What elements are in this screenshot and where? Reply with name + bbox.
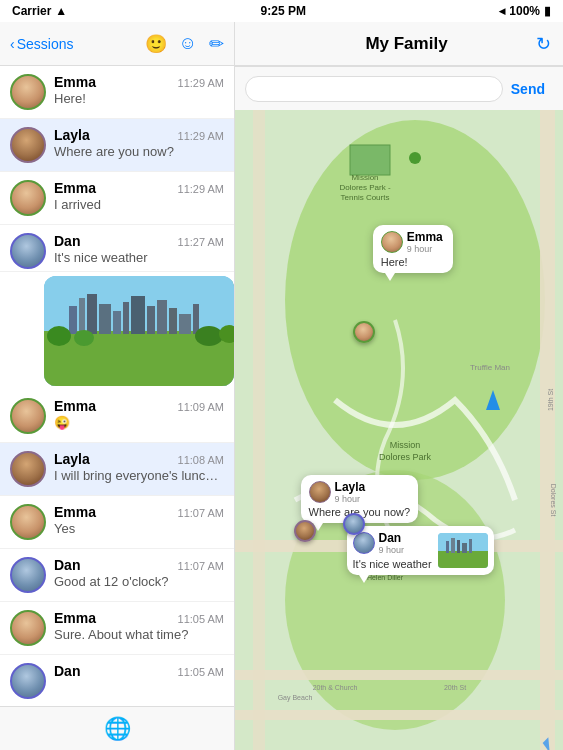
sender-name: Emma <box>54 610 96 626</box>
svg-rect-7 <box>123 302 129 334</box>
svg-rect-6 <box>113 311 121 334</box>
sender-name: Emma <box>54 398 96 414</box>
svg-rect-5 <box>99 304 111 334</box>
wifi-icon: ▲ <box>55 4 67 18</box>
svg-rect-12 <box>179 314 191 334</box>
left-panel: ‹ Sessions 🙂 ☺ ✏ Emma 11:29 AM Here! <box>0 22 235 750</box>
send-button[interactable]: Send <box>503 77 553 101</box>
back-label: Sessions <box>17 36 74 52</box>
callout-name-group: Dan 9 hour <box>379 531 405 555</box>
callout-time: 9 hour <box>335 494 366 504</box>
svg-point-19 <box>285 120 545 480</box>
message-input[interactable] <box>245 76 503 102</box>
message-text: I arrived <box>54 197 224 212</box>
callout-header: Emma 9 hour <box>381 230 445 254</box>
list-item[interactable]: Layla 11:29 AM Where are you now? <box>0 119 234 172</box>
list-item[interactable]: Layla 11:08 AM I will bring everyone's l… <box>0 443 234 496</box>
callout-header: Layla 9 hour <box>309 480 411 504</box>
avatar <box>10 504 46 540</box>
svg-text:Dolores St: Dolores St <box>550 484 557 517</box>
list-item[interactable]: Dan 11:07 AM Good at 12 o'clock? <box>0 549 234 602</box>
message-content: Emma 11:29 AM I arrived <box>54 180 224 212</box>
globe-icon: 🌐 <box>104 716 131 742</box>
callout-text: It's nice weather <box>353 558 432 570</box>
dan-callout-content: Dan 9 hour It's nice weather <box>353 531 488 570</box>
back-chevron-icon: ‹ <box>10 36 15 52</box>
emoji-face-icon[interactable]: 🙂 <box>145 33 167 55</box>
svg-rect-3 <box>79 298 85 334</box>
callout-avatar <box>309 481 331 503</box>
callout-name: Emma <box>407 230 443 244</box>
message-header: Emma 11:07 AM <box>54 504 224 520</box>
list-item[interactable]: Emma 11:07 AM Yes <box>0 496 234 549</box>
svg-rect-8 <box>131 296 145 334</box>
status-bar-right: ◂ 100% ▮ <box>499 4 551 18</box>
compose-icon[interactable]: ✏ <box>209 33 224 55</box>
list-item[interactable]: Emma 11:29 AM Here! <box>0 66 234 119</box>
sender-name: Emma <box>54 504 96 520</box>
list-item[interactable]: Emma 11:09 AM 😜 <box>0 390 234 443</box>
right-panel: My Family ↻ Send <box>235 22 563 750</box>
message-text: I will bring everyone's lunch too <box>54 468 224 483</box>
nav-bar: ‹ Sessions 🙂 ☺ ✏ <box>0 22 234 66</box>
message-header: Dan 11:27 AM <box>54 233 224 249</box>
map-area: Mission Dolores Park - Tennis Courts Mis… <box>235 110 563 750</box>
refresh-icon[interactable]: ↻ <box>536 33 551 55</box>
callout-time: 9 hour <box>407 244 443 254</box>
message-header: Emma 11:29 AM <box>54 74 224 90</box>
map-header: My Family ↻ <box>235 22 563 66</box>
message-content: Dan 11:05 AM <box>54 663 224 680</box>
bottom-nav[interactable]: 🌐 <box>0 706 234 750</box>
svg-text:Gay Beach: Gay Beach <box>278 694 313 702</box>
svg-rect-10 <box>157 300 167 334</box>
callout-avatar <box>353 532 375 554</box>
message-time: 11:07 AM <box>178 560 224 572</box>
avatar <box>10 398 46 434</box>
status-bar: Carrier ▲ 9:25 PM ◂ 100% ▮ <box>0 0 563 22</box>
sender-name: Dan <box>54 663 80 679</box>
callout-text: Here! <box>381 256 445 268</box>
location-icon: ◂ <box>499 4 505 18</box>
avatar <box>10 127 46 163</box>
list-item[interactable]: Dan 11:27 AM It's nice weather <box>0 225 234 386</box>
svg-point-16 <box>195 326 223 346</box>
photo-content <box>44 276 234 386</box>
list-item[interactable]: Dan 11:05 AM <box>0 655 234 706</box>
message-time: 11:05 AM <box>178 666 224 678</box>
message-time: 11:29 AM <box>178 183 224 195</box>
svg-rect-23 <box>235 670 563 680</box>
status-bar-time: 9:25 PM <box>261 4 306 18</box>
message-header: Layla 11:29 AM <box>54 127 224 143</box>
callout-tail <box>385 273 395 281</box>
list-item[interactable]: Emma 11:29 AM I arrived <box>0 172 234 225</box>
avatar <box>10 180 46 216</box>
emoji-icon[interactable]: ☺ <box>179 33 197 54</box>
message-header: Emma 11:29 AM <box>54 180 224 196</box>
svg-text:Mission: Mission <box>351 173 378 182</box>
svg-text:Mission: Mission <box>390 440 421 450</box>
message-content: Dan 11:27 AM It's nice weather <box>54 233 224 265</box>
map-background: Mission Dolores Park - Tennis Courts Mis… <box>235 110 563 750</box>
message-text: Good at 12 o'clock? <box>54 574 224 589</box>
avatar <box>10 663 46 699</box>
sender-name: Dan <box>54 233 80 249</box>
message-header: Layla 11:08 AM <box>54 451 224 467</box>
message-time: 11:07 AM <box>178 507 224 519</box>
message-text: Sure. About what time? <box>54 627 224 642</box>
svg-rect-26 <box>350 145 390 175</box>
back-button[interactable]: ‹ Sessions <box>10 36 73 52</box>
svg-rect-22 <box>540 110 555 750</box>
message-time: 11:27 AM <box>178 236 224 248</box>
callout-name-group: Emma 9 hour <box>407 230 443 254</box>
sender-name: Layla <box>54 451 90 467</box>
messages-list[interactable]: Emma 11:29 AM Here! Layla 11:29 AM Where… <box>0 66 234 706</box>
map-title: My Family <box>365 34 447 54</box>
message-content: Emma 11:07 AM Yes <box>54 504 224 536</box>
list-item[interactable]: Emma 11:05 AM Sure. About what time? <box>0 602 234 655</box>
message-input-bar: Send <box>235 66 563 110</box>
callout-time: 9 hour <box>379 545 405 555</box>
message-text: It's nice weather <box>54 250 224 265</box>
status-bar-left: Carrier ▲ <box>12 4 67 18</box>
callout-name: Layla <box>335 480 366 494</box>
svg-rect-13 <box>193 304 199 334</box>
